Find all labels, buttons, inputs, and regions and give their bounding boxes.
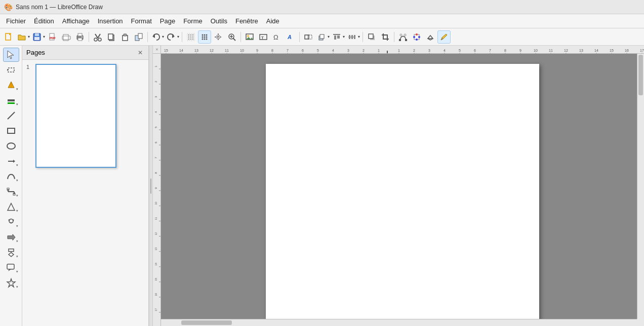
insert-textbox-button[interactable]: T bbox=[257, 30, 270, 44]
arrow-tool[interactable]: ▾ bbox=[3, 154, 19, 168]
svg-text:1: 1 bbox=[378, 49, 380, 52]
svg-text:7: 7 bbox=[489, 49, 491, 52]
menu-fichier[interactable]: Fichier bbox=[2, 16, 30, 26]
pages-panel-close[interactable]: ✕ bbox=[136, 49, 144, 57]
svg-text:2: 2 bbox=[363, 49, 365, 52]
grid-button[interactable] bbox=[184, 30, 197, 44]
svg-text:11: 11 bbox=[549, 49, 553, 52]
align-button[interactable]: ▾ bbox=[331, 30, 345, 44]
svg-text:9: 9 bbox=[519, 49, 521, 52]
svg-text:PDF: PDF bbox=[50, 37, 56, 40]
svg-rect-81 bbox=[8, 68, 14, 72]
print-preview-button[interactable] bbox=[60, 30, 73, 44]
menu-affichage[interactable]: Affichage bbox=[58, 16, 94, 26]
distribute-button[interactable]: ▾ bbox=[346, 30, 360, 44]
sep1 bbox=[89, 32, 89, 42]
svg-marker-106 bbox=[7, 279, 15, 287]
export-pdf-button[interactable]: PDF bbox=[46, 30, 59, 44]
svg-point-38 bbox=[202, 36, 204, 38]
crop-button[interactable] bbox=[379, 30, 392, 44]
svg-text:16: 16 bbox=[154, 293, 157, 296]
svg-point-78 bbox=[418, 36, 420, 38]
open-button[interactable]: ▾ bbox=[16, 30, 30, 44]
svg-rect-67 bbox=[351, 35, 353, 39]
svg-line-48 bbox=[233, 38, 235, 41]
special-chars-button[interactable]: Ω bbox=[270, 30, 284, 44]
svg-text:10: 10 bbox=[240, 49, 244, 52]
svg-text:13: 13 bbox=[579, 49, 583, 52]
gluepoints-button[interactable] bbox=[410, 30, 423, 44]
svg-point-40 bbox=[206, 36, 208, 38]
panel-splitter[interactable] bbox=[149, 46, 153, 326]
svg-text:6: 6 bbox=[154, 141, 157, 143]
block-arrows-tool[interactable]: ▾ bbox=[3, 230, 19, 244]
guides-button[interactable] bbox=[212, 30, 225, 44]
canvas-area[interactable]: 15 14 13 12 11 10 9 8 7 6 5 4 3 2 bbox=[153, 46, 644, 326]
fontwork-button[interactable]: A bbox=[284, 30, 297, 44]
svg-rect-3 bbox=[35, 33, 39, 36]
arrange-button[interactable]: ▾ bbox=[315, 30, 330, 44]
svg-marker-53 bbox=[246, 37, 253, 40]
zoom-button[interactable] bbox=[225, 30, 238, 44]
menu-fenetre[interactable]: Fenêtre bbox=[231, 16, 262, 26]
svg-text:13: 13 bbox=[154, 247, 157, 250]
stars-tool[interactable]: ▾ bbox=[3, 276, 19, 290]
titlebar: 🎨 Sans nom 1 — LibreOffice Draw bbox=[0, 0, 644, 14]
insert-image-button[interactable] bbox=[243, 30, 256, 44]
transform-button[interactable] bbox=[302, 30, 315, 44]
window-title: Sans nom 1 — LibreOffice Draw bbox=[16, 4, 103, 11]
vertical-scrollbar[interactable] bbox=[637, 54, 644, 319]
svg-point-41 bbox=[202, 38, 204, 40]
bezier-edit-button[interactable] bbox=[396, 30, 410, 44]
svg-rect-11 bbox=[78, 38, 82, 41]
menu-aide[interactable]: Aide bbox=[262, 16, 284, 26]
menu-format[interactable]: Format bbox=[127, 16, 156, 26]
line-color-tool[interactable]: ▾ bbox=[3, 93, 19, 107]
sep4 bbox=[240, 32, 241, 42]
symbol-shapes-tool[interactable]: ▾ bbox=[3, 215, 19, 229]
horizontal-scrollbar[interactable] bbox=[161, 319, 637, 326]
print-button[interactable] bbox=[73, 30, 87, 44]
callouts-tool[interactable]: ▾ bbox=[3, 261, 19, 275]
svg-rect-4 bbox=[34, 37, 39, 40]
svg-point-42 bbox=[204, 38, 206, 40]
draw-mode-button[interactable] bbox=[437, 30, 451, 44]
copy-button[interactable] bbox=[105, 30, 118, 44]
basic-shapes-tool[interactable]: ▾ bbox=[3, 200, 19, 214]
cut-button[interactable] bbox=[91, 30, 104, 44]
menu-outils[interactable]: Outils bbox=[207, 16, 231, 26]
line-tool[interactable] bbox=[3, 108, 19, 123]
connector-tool[interactable]: ▾ bbox=[3, 185, 19, 199]
curve-tool[interactable]: ▾ bbox=[3, 169, 19, 184]
new-button[interactable] bbox=[2, 30, 15, 44]
svg-point-26 bbox=[188, 34, 189, 35]
tab-select-tool[interactable] bbox=[3, 63, 19, 77]
flowchart-tool[interactable]: ▾ bbox=[3, 245, 19, 260]
drawing-canvas[interactable] bbox=[161, 54, 644, 326]
menu-forme[interactable]: Forme bbox=[179, 16, 207, 26]
clone-button[interactable] bbox=[132, 30, 145, 44]
3d-button[interactable] bbox=[424, 30, 437, 44]
shadow-button[interactable] bbox=[365, 30, 378, 44]
menu-insertion[interactable]: Insertion bbox=[94, 16, 127, 26]
save-button[interactable]: ▾ bbox=[31, 30, 46, 44]
page-thumb-1[interactable]: 1 bbox=[26, 64, 144, 168]
svg-text:3: 3 bbox=[428, 49, 430, 52]
svg-rect-61 bbox=[320, 34, 324, 39]
menu-page[interactable]: Page bbox=[156, 16, 179, 26]
rectangle-tool[interactable] bbox=[3, 124, 19, 138]
content-area: Pages ✕ 1 15 bbox=[22, 46, 644, 326]
svg-text:3: 3 bbox=[347, 49, 349, 52]
paste-button[interactable] bbox=[118, 30, 132, 44]
ellipse-tool[interactable] bbox=[3, 139, 19, 153]
select-tool[interactable] bbox=[3, 48, 19, 62]
svg-point-28 bbox=[192, 34, 193, 35]
svg-point-73 bbox=[400, 34, 402, 36]
svg-text:T: T bbox=[261, 35, 264, 40]
undo-button[interactable]: ▾ bbox=[150, 30, 165, 44]
svg-text:14: 14 bbox=[594, 49, 598, 52]
fill-color-tool[interactable]: ▾ bbox=[3, 78, 19, 92]
menu-edition[interactable]: Édition bbox=[30, 16, 58, 26]
redo-button[interactable]: ▾ bbox=[165, 30, 180, 44]
snap-grid-button[interactable] bbox=[198, 30, 211, 44]
